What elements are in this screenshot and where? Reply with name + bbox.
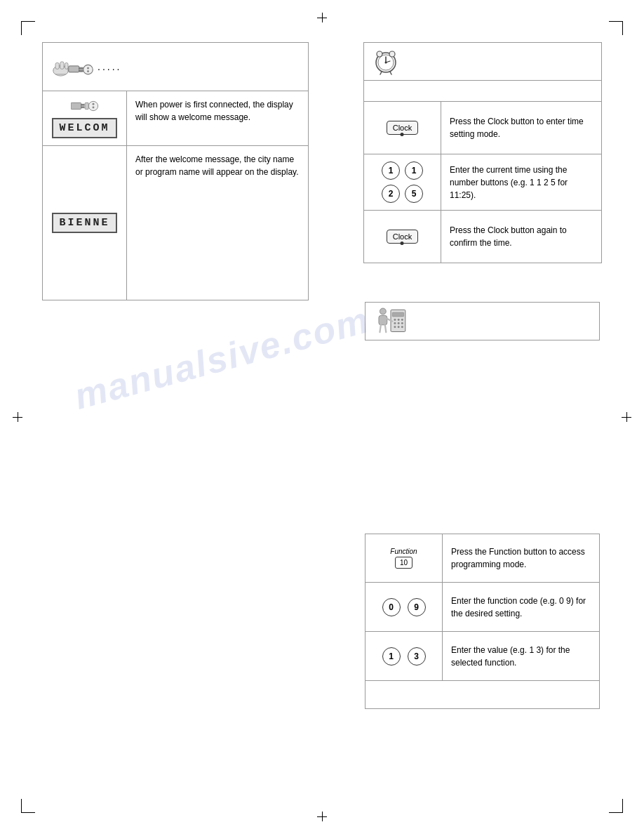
clock-btn-dot-2 [401, 241, 404, 245]
svg-rect-3 [60, 62, 64, 70]
clock-row-2-left: 1 1 2 5 [364, 154, 441, 210]
person-box [365, 302, 600, 340]
function-row-2: 0 9 Enter the function code (e.g. 0 9) f… [365, 583, 600, 632]
corner-mark-bl [21, 799, 35, 813]
clock-btn-label-2: Clock [393, 232, 412, 241]
clock-row-3-right: Press the Clock button again to confirm … [441, 211, 601, 263]
svg-line-25 [380, 72, 382, 74]
clock-button-1: Clock [387, 121, 419, 135]
corner-mark-br [609, 799, 623, 813]
clock-subtitle [363, 81, 602, 102]
svg-rect-12 [81, 104, 84, 105]
svg-point-24 [389, 51, 395, 57]
svg-line-26 [390, 72, 391, 74]
function-box: 10 [395, 557, 412, 569]
svg-point-15 [92, 103, 94, 105]
svg-rect-4 [65, 62, 69, 69]
function-row-1-right: Press the Function button to access prog… [443, 534, 599, 582]
function-row-2-left: 0 9 [365, 583, 443, 631]
function-row-3-left: 1 3 [365, 632, 443, 680]
alarm-clock-icon [371, 47, 401, 77]
bienne-description: After the welcome message, the city name… [135, 154, 299, 177]
function-label: Function [390, 548, 417, 555]
crosshair-bottom [317, 812, 327, 821]
bienne-table-left: BIENNE [43, 146, 127, 300]
clock-row-2: 1 1 2 5 Enter the current time using the… [363, 154, 602, 211]
clock-row-3-text: Press the Clock button again to confirm … [450, 224, 593, 249]
svg-point-23 [377, 51, 382, 57]
num-btn-3: 3 [408, 647, 426, 666]
svg-rect-6 [79, 67, 83, 69]
welcome-table: WELCOM When power is first connected, th… [42, 91, 309, 146]
svg-point-30 [398, 318, 400, 320]
clock-row-3: Clock Press the Clock button again to co… [363, 211, 602, 263]
bienne-lcd: BIENNE [52, 213, 116, 233]
svg-rect-13 [81, 107, 84, 108]
bienne-table: BIENNE After the welcome message, the ci… [42, 146, 309, 300]
svg-point-38 [380, 308, 386, 315]
plug-box: ..... [42, 42, 309, 91]
svg-point-14 [88, 101, 98, 110]
num-btn-9: 9 [408, 598, 426, 616]
clock-row-1-text: Press the Clock button to enter time set… [450, 115, 593, 140]
function-box-num: 10 [400, 559, 408, 567]
clock-row-1: Clock Press the Clock button to enter ti… [363, 102, 602, 154]
svg-line-42 [385, 324, 386, 331]
clock-title-box [363, 42, 602, 81]
function-row-3-text: Enter the value (e.g. 1 3) for the selec… [451, 644, 591, 669]
num-btn-5: 5 [405, 185, 423, 203]
clock-btn-dot-1 [401, 133, 404, 136]
function-row-1: Function 10 Press the Function button to… [365, 534, 600, 583]
welcome-description: When power is first connected, the displ… [135, 100, 293, 122]
corner-mark-tr [609, 21, 623, 35]
small-plug-icon [71, 98, 99, 114]
function-row-2-text: Enter the function code (e.g. 0 9) for t… [451, 595, 591, 620]
function-row-1-left: Function 10 [365, 534, 443, 582]
welcome-table-right: When power is first connected, the displ… [127, 91, 308, 145]
svg-rect-5 [69, 66, 79, 72]
svg-point-22 [385, 61, 387, 63]
svg-point-32 [394, 322, 396, 324]
function-section: Function 10 Press the Function button to… [365, 534, 600, 709]
welcome-lcd: WELCOM [52, 118, 116, 138]
svg-rect-11 [71, 102, 81, 109]
right-section: Clock Press the Clock button to enter ti… [363, 42, 602, 263]
clock-row-1-right: Press the Clock button to enter time set… [441, 102, 601, 154]
svg-point-10 [87, 70, 89, 72]
left-section: ..... WELCOM When power is first connect… [42, 42, 309, 300]
crosshair-right [622, 412, 631, 422]
hand-plug-icon [51, 49, 93, 84]
crosshair-top [317, 13, 327, 22]
function-row-3: 1 3 Enter the value (e.g. 1 3) for the s… [365, 632, 600, 681]
svg-point-35 [394, 326, 396, 328]
svg-rect-28 [392, 312, 403, 317]
num-btn-2: 2 [382, 185, 400, 203]
welcome-table-left: WELCOM [43, 91, 127, 145]
function-row-bottom [365, 681, 600, 709]
page-content: ..... WELCOM When power is first connect… [42, 42, 602, 792]
svg-point-16 [92, 107, 94, 109]
person-panel-icon [373, 305, 409, 338]
bienne-table-right: After the welcome message, the city name… [127, 146, 308, 300]
svg-point-34 [401, 322, 403, 324]
svg-rect-2 [55, 62, 59, 69]
svg-point-8 [83, 65, 93, 74]
clock-row-2-right: Enter the current time using the number … [441, 154, 601, 210]
clock-row-1-left: Clock [364, 102, 441, 154]
clock-row-2-text: Enter the current time using the number … [450, 164, 593, 201]
corner-mark-tl [21, 21, 35, 35]
num-btn-1c: 1 [382, 647, 401, 666]
svg-point-36 [398, 326, 400, 328]
svg-rect-39 [379, 315, 387, 324]
function-btn-box: Function 10 [390, 548, 417, 569]
svg-point-9 [87, 67, 89, 69]
function-row-3-right: Enter the value (e.g. 1 3) for the selec… [443, 632, 599, 680]
svg-point-31 [401, 318, 403, 320]
svg-rect-7 [79, 70, 83, 72]
plug-dots: ..... [98, 61, 121, 72]
num-btn-1a: 1 [382, 161, 400, 180]
clock-button-2: Clock [387, 230, 419, 244]
crosshair-left [13, 412, 22, 422]
svg-point-33 [398, 322, 400, 324]
num-btn-0: 0 [382, 598, 401, 616]
